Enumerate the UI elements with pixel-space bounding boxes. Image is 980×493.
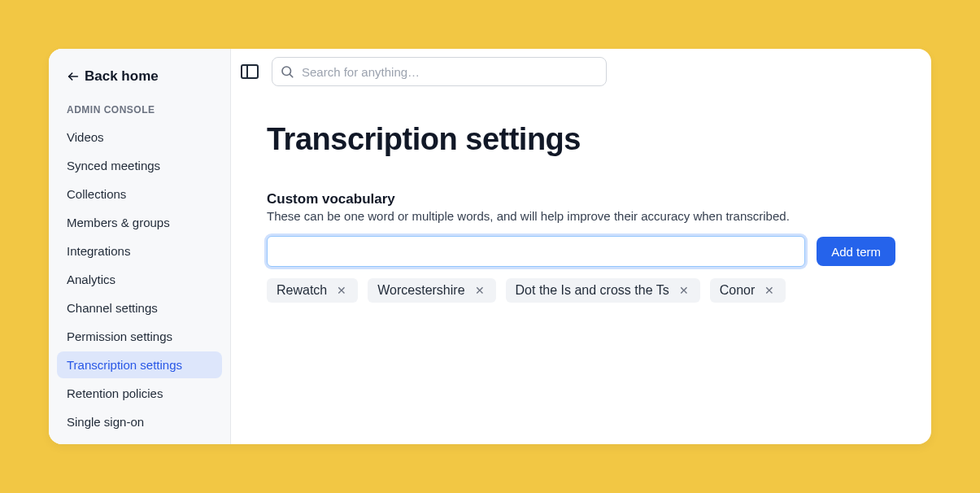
vocab-tag-label: Rewatch: [277, 283, 327, 298]
back-home-label: Back home: [85, 68, 159, 85]
remove-tag-icon[interactable]: ✕: [677, 283, 690, 298]
page-title: Transcription settings: [267, 122, 895, 157]
search-icon: [280, 64, 294, 79]
arrow-left-icon: [67, 70, 80, 83]
sidebar-item[interactable]: Integrations: [57, 238, 222, 264]
sidebar: Back home ADMIN CONSOLE VideosSynced mee…: [49, 49, 231, 444]
vocab-term-input[interactable]: [267, 236, 805, 267]
sidebar-item-label: Collections: [67, 187, 126, 201]
add-term-button[interactable]: Add term: [817, 237, 895, 266]
toggle-sidebar-icon[interactable]: [241, 64, 259, 79]
sidebar-item[interactable]: Members & groups: [57, 209, 222, 236]
vocab-tags: Rewatch✕Worcestershire✕Dot the Is and cr…: [267, 278, 895, 303]
remove-tag-icon[interactable]: ✕: [473, 283, 486, 298]
sidebar-item-label: Analytics: [67, 273, 115, 286]
search-input[interactable]: [272, 57, 607, 86]
sidebar-item-label: Videos: [67, 130, 104, 144]
sidebar-item[interactable]: Videos: [57, 124, 222, 151]
back-home-link[interactable]: Back home: [57, 65, 222, 96]
remove-tag-icon[interactable]: ✕: [763, 283, 776, 298]
sidebar-item[interactable]: Channel settings: [57, 294, 222, 321]
vocab-input-row: Add term: [267, 236, 895, 267]
sidebar-item-label: Channel settings: [67, 301, 158, 315]
vocab-tag-label: Worcestershire: [377, 283, 464, 298]
sidebar-item-label: Synced meetings: [67, 159, 160, 172]
main-panel: Transcription settings Custom vocabulary…: [231, 49, 931, 444]
vocab-tag-label: Conor: [720, 283, 756, 298]
sidebar-item-label: Single sign-on: [67, 415, 144, 429]
vocab-section-help: These can be one word or multiple words,…: [267, 209, 895, 223]
search-wrapper: [272, 57, 607, 86]
content: Transcription settings Custom vocabulary…: [231, 94, 931, 330]
sidebar-item[interactable]: Collections: [57, 181, 222, 207]
topbar: [231, 49, 931, 94]
sidebar-item[interactable]: Retention policies: [57, 380, 222, 407]
remove-tag-icon[interactable]: ✕: [335, 283, 348, 298]
sidebar-item-label: Members & groups: [67, 216, 170, 229]
sidebar-item-label: Permission settings: [67, 329, 172, 343]
svg-line-2: [290, 74, 292, 76]
admin-console-window: Back home ADMIN CONSOLE VideosSynced mee…: [49, 49, 931, 444]
sidebar-item[interactable]: Single sign-on: [57, 408, 222, 435]
vocab-section-label: Custom vocabulary: [267, 191, 895, 207]
vocab-tag-label: Dot the Is and cross the Ts: [516, 283, 669, 298]
vocab-tag: Conor✕: [710, 278, 786, 303]
sidebar-item[interactable]: Synced meetings: [57, 152, 222, 179]
sidebar-item-label: Transcription settings: [67, 358, 182, 372]
sidebar-item[interactable]: Permission settings: [57, 323, 222, 350]
sidebar-item[interactable]: Analytics: [57, 266, 222, 293]
sidebar-nav: VideosSynced meetingsCollectionsMembers …: [57, 124, 222, 437]
sidebar-item-label: Integrations: [67, 244, 130, 258]
sidebar-item[interactable]: Transcription settings: [57, 351, 222, 378]
vocab-tag: Worcestershire✕: [368, 278, 495, 303]
sidebar-item-label: Retention policies: [67, 386, 163, 400]
vocab-tag: Rewatch✕: [267, 278, 358, 303]
vocab-tag: Dot the Is and cross the Ts✕: [506, 278, 700, 303]
sidebar-section-label: ADMIN CONSOLE: [57, 96, 222, 124]
